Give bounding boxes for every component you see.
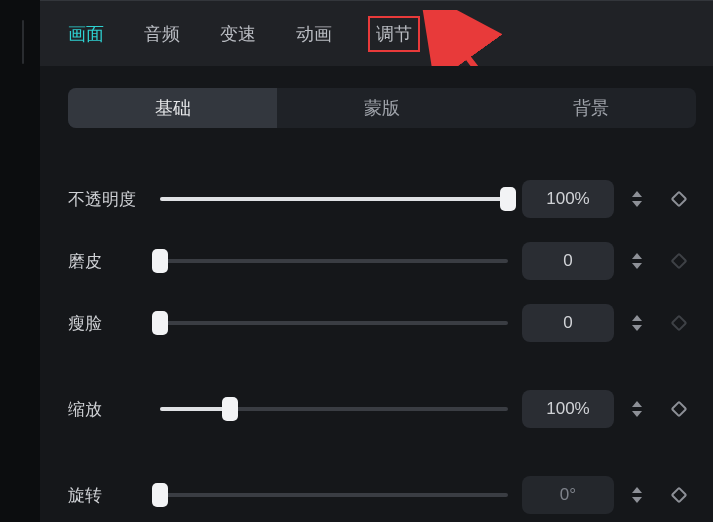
slider-rotation[interactable] [160,482,508,508]
sub-tab-mask[interactable]: 蒙版 [277,88,486,128]
keyframe-scale[interactable] [668,398,690,420]
row-rotation: 旋转 0° [68,464,695,522]
value-scale[interactable]: 100% [522,390,614,428]
keyframe-smooth[interactable] [668,250,690,272]
keyframe-opacity[interactable] [668,188,690,210]
label-scale: 缩放 [68,398,146,421]
label-slim-face: 瘦脸 [68,312,146,335]
tab-speed[interactable]: 变速 [220,22,256,46]
keyframe-rotation[interactable] [668,484,690,506]
controls: 不透明度 100% 磨皮 0 瘦脸 [68,128,695,522]
diamond-icon [671,487,688,504]
diamond-icon [671,191,688,208]
row-scale: 缩放 100% [68,378,695,440]
label-rotation: 旋转 [68,484,146,507]
sub-tab-background[interactable]: 背景 [487,88,696,128]
slider-smooth[interactable] [160,248,508,274]
diamond-icon [671,401,688,418]
stepper-smooth[interactable] [628,243,646,279]
label-smooth: 磨皮 [68,250,146,273]
slider-slim-face[interactable] [160,310,508,336]
tab-animation[interactable]: 动画 [296,22,332,46]
stepper-slim-face[interactable] [628,305,646,341]
left-gutter [0,0,40,522]
diamond-icon [671,315,688,332]
row-smooth: 磨皮 0 [68,230,695,292]
tab-audio[interactable]: 音频 [144,22,180,46]
row-slim-face: 瘦脸 0 [68,292,695,354]
stepper-scale[interactable] [628,391,646,427]
stepper-rotation[interactable] [628,477,646,513]
value-smooth[interactable]: 0 [522,242,614,280]
value-rotation[interactable]: 0° [522,476,614,514]
keyframe-slim-face[interactable] [668,312,690,334]
panel: 基础 蒙版 背景 不透明度 100% 磨皮 0 [40,66,713,522]
slider-opacity[interactable] [160,186,508,212]
stepper-opacity[interactable] [628,181,646,217]
sub-tab-basic[interactable]: 基础 [68,88,277,128]
diamond-icon [671,253,688,270]
slider-scale[interactable] [160,396,508,422]
value-opacity[interactable]: 100% [522,180,614,218]
top-tab-bar: 画面 音频 变速 动画 调节 [40,0,713,66]
value-slim-face[interactable]: 0 [522,304,614,342]
tab-adjust[interactable]: 调节 [372,20,416,48]
sub-tab-bar: 基础 蒙版 背景 [68,88,696,128]
row-opacity: 不透明度 100% [68,168,695,230]
tab-picture[interactable]: 画面 [68,22,104,46]
label-opacity: 不透明度 [68,188,146,211]
